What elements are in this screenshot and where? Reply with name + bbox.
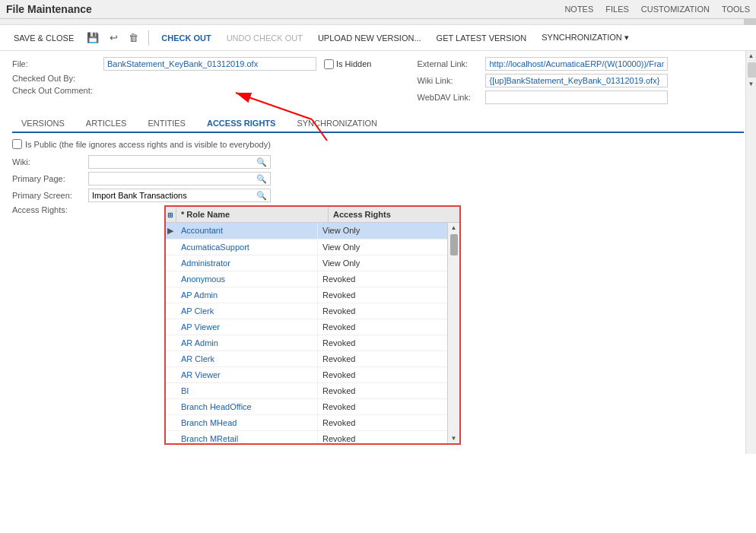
primary-screen-input[interactable] xyxy=(89,189,253,201)
role-cell: Accountant xyxy=(176,223,318,239)
undo-icon[interactable]: ↩ xyxy=(106,30,122,46)
main-scroll-down-btn[interactable]: ▼ xyxy=(746,79,756,89)
row-expand-arrow xyxy=(166,383,176,398)
toolbar-divider-1 xyxy=(148,30,149,46)
scroll-down-btn[interactable]: ▼ xyxy=(449,433,459,443)
row-expand-arrow xyxy=(166,415,176,430)
top-scrollbar-thumb[interactable] xyxy=(744,19,756,25)
webdav-link-label: WebDAV Link: xyxy=(417,93,485,102)
table-row[interactable]: AcumaticaSupport View Only xyxy=(166,240,447,255)
primary-screen-row: Primary Screen: 🔍 xyxy=(12,189,744,202)
col-role-header: * Role Name xyxy=(176,207,329,222)
col-rights-header: Access Rights xyxy=(329,207,420,222)
role-cell: AR Admin xyxy=(176,335,318,351)
row-expand-arrow xyxy=(166,351,176,366)
scroll-thumb[interactable] xyxy=(450,234,458,255)
app-title: File Maintenance xyxy=(6,3,92,15)
rights-cell: View Only xyxy=(318,240,421,255)
table-row[interactable]: Branch MRetail Revoked xyxy=(166,431,447,443)
external-link-input[interactable] xyxy=(485,57,668,71)
row-expand-arrow: ▶ xyxy=(166,223,176,239)
synchronization-button[interactable]: SYNCHRONIZATION ▾ xyxy=(535,30,635,45)
rights-cell: Revoked xyxy=(318,287,421,303)
row-expand-arrow xyxy=(166,319,176,335)
top-scrollbar[interactable] xyxy=(0,19,756,25)
role-cell: AP Admin xyxy=(176,287,318,303)
main-scroll-thumb[interactable] xyxy=(748,62,756,78)
get-latest-version-button[interactable]: GET LATEST VERSION xyxy=(430,31,533,45)
is-public-label: Is Public (the file ignores access right… xyxy=(25,140,271,149)
role-cell: Branch MRetail xyxy=(176,431,318,443)
table-header: ⊞ * Role Name Access Rights xyxy=(166,207,459,223)
wiki-search-icon[interactable]: 🔍 xyxy=(253,157,270,167)
table-row[interactable]: Branch HeadOffice Revoked xyxy=(166,399,447,415)
role-cell: Branch MHead xyxy=(176,415,318,430)
table-row[interactable]: AP Viewer Revoked xyxy=(166,319,447,335)
table-row[interactable]: AR Admin Revoked xyxy=(166,335,447,351)
role-cell: AP Clerk xyxy=(176,303,318,319)
wiki-input[interactable] xyxy=(89,156,253,168)
rights-cell: Revoked xyxy=(318,271,421,287)
table-row[interactable]: AR Clerk Revoked xyxy=(166,351,447,367)
table-row[interactable]: AP Admin Revoked xyxy=(166,287,447,303)
wiki-link-input[interactable] xyxy=(485,74,668,87)
tab-access-rights[interactable]: ACCESS RIGHTS xyxy=(198,115,284,133)
rights-cell: Revoked xyxy=(318,399,421,414)
table-row[interactable]: Branch MHead Revoked xyxy=(166,415,447,431)
is-hidden-checkbox-label: Is Hidden xyxy=(324,59,371,69)
nav-files[interactable]: FILES xyxy=(605,5,629,14)
role-cell: AcumaticaSupport xyxy=(176,240,318,255)
access-rights-label: Access Rights: xyxy=(12,205,88,214)
role-cell: BI xyxy=(176,383,318,398)
is-public-checkbox[interactable] xyxy=(12,139,22,149)
tab-articles[interactable]: ARTICLES xyxy=(77,115,136,133)
file-input[interactable] xyxy=(103,57,316,71)
check-out-button[interactable]: CHECK OUT xyxy=(155,31,217,45)
table-row[interactable]: ▶ Accountant View Only xyxy=(166,223,447,240)
check-out-comment-label: Check Out Comment: xyxy=(12,86,103,95)
primary-page-input[interactable] xyxy=(89,173,253,185)
toolbar: SAVE & CLOSE 💾 ↩ 🗑 CHECK OUT UNDO CHECK … xyxy=(0,25,756,51)
table-row[interactable]: Administrator View Only xyxy=(166,255,447,271)
table-row[interactable]: AR Viewer Revoked xyxy=(166,367,447,383)
row-expand-arrow xyxy=(166,255,176,271)
row-expand-arrow xyxy=(166,431,176,443)
save-icon[interactable]: 💾 xyxy=(83,30,103,46)
wiki-link-label: Wiki Link: xyxy=(417,76,485,85)
nav-notes[interactable]: NOTES xyxy=(564,5,593,14)
role-cell: Anonymous xyxy=(176,271,318,287)
nav-customization[interactable]: CUSTOMIZATION xyxy=(641,5,710,14)
access-rights-table: ⊞ * Role Name Access Rights ▶ xyxy=(164,205,461,445)
table-expand-all-icon[interactable]: ⊞ xyxy=(167,211,173,219)
nav-tools[interactable]: TOOLS xyxy=(722,5,750,14)
scroll-up-btn[interactable]: ▲ xyxy=(449,223,459,233)
main-vertical-scrollbar[interactable]: ▲ ▼ xyxy=(745,51,756,454)
table-row[interactable]: Anonymous Revoked xyxy=(166,271,447,287)
tab-synchronization[interactable]: SYNCHRONIZATION xyxy=(287,115,386,133)
undo-check-out-button[interactable]: UNDO CHECK OUT xyxy=(221,31,309,45)
rights-cell: Revoked xyxy=(318,319,421,335)
save-close-button[interactable]: SAVE & CLOSE xyxy=(8,31,80,45)
table-row[interactable]: BI Revoked xyxy=(166,383,447,399)
table-row[interactable]: AP Clerk Revoked xyxy=(166,303,447,319)
rights-cell: View Only xyxy=(318,223,421,239)
tab-entities[interactable]: ENTITIES xyxy=(138,115,195,133)
access-rights-section: Is Public (the file ignores access right… xyxy=(12,139,744,445)
primary-page-input-container: 🔍 xyxy=(88,172,271,186)
tab-versions[interactable]: VERSIONS xyxy=(12,115,74,133)
wiki-row: Wiki: 🔍 xyxy=(12,155,744,169)
table-scrollbar[interactable]: ▲ ▼ xyxy=(447,223,459,443)
primary-screen-label: Primary Screen: xyxy=(12,191,88,200)
external-link-label: External Link: xyxy=(417,59,485,68)
wiki-field-label: Wiki: xyxy=(12,157,88,167)
rights-cell: Revoked xyxy=(318,335,421,351)
webdav-link-input[interactable] xyxy=(485,90,668,104)
table-body: ▶ Accountant View Only AcumaticaSupport … xyxy=(166,223,447,443)
rights-cell: Revoked xyxy=(318,415,421,430)
delete-icon[interactable]: 🗑 xyxy=(125,30,142,46)
is-hidden-checkbox[interactable] xyxy=(324,59,334,69)
primary-page-search-icon[interactable]: 🔍 xyxy=(253,174,270,184)
primary-screen-search-icon[interactable]: 🔍 xyxy=(253,191,270,201)
main-scroll-up-btn[interactable]: ▲ xyxy=(746,51,756,61)
upload-new-version-button[interactable]: UPLOAD NEW VERSION... xyxy=(312,31,427,45)
